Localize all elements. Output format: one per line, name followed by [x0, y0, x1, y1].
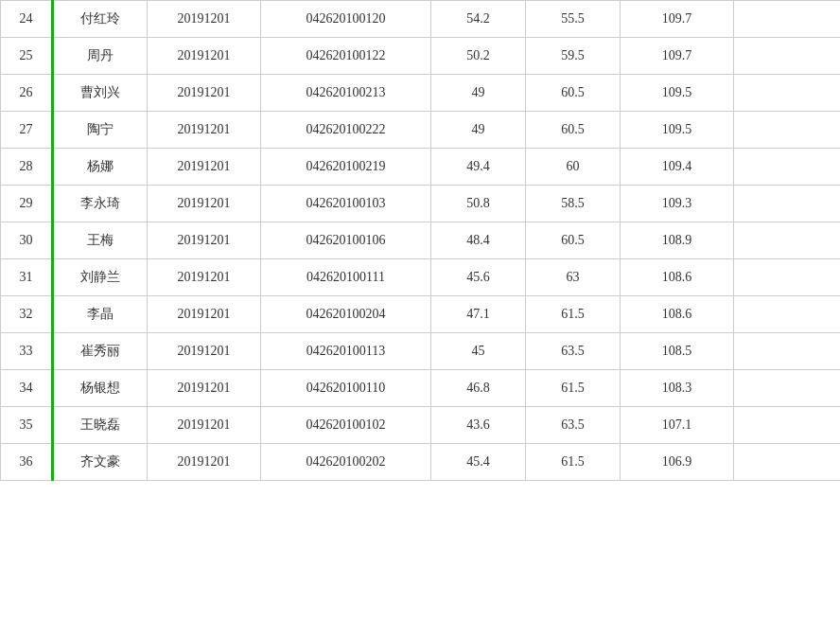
cell-rank: 24 [1, 1, 53, 38]
cell-score2: 63.5 [526, 333, 621, 370]
cell-date: 20191201 [148, 149, 261, 186]
cell-score2: 63 [526, 259, 621, 296]
main-container: 24付红玲2019120104262010012054.255.5109.725… [0, 0, 840, 621]
cell-extra [734, 75, 841, 112]
cell-score1: 45.6 [431, 259, 526, 296]
cell-name: 周丹 [53, 38, 148, 75]
cell-extra [734, 296, 841, 333]
table-row: 31刘静兰2019120104262010011145.663108.6 [1, 259, 841, 296]
cell-name: 王晓磊 [53, 407, 148, 444]
cell-total: 108.5 [621, 333, 734, 370]
cell-score2: 61.5 [526, 296, 621, 333]
cell-score2: 58.5 [526, 186, 621, 222]
cell-name: 李永琦 [53, 186, 148, 222]
cell-rank: 30 [1, 222, 53, 259]
cell-id: 042620100102 [261, 407, 431, 444]
cell-extra [734, 259, 841, 296]
cell-total: 107.1 [621, 407, 734, 444]
cell-date: 20191201 [148, 259, 261, 296]
cell-rank: 31 [1, 259, 53, 296]
cell-score1: 50.2 [431, 38, 526, 75]
cell-score1: 45 [431, 333, 526, 370]
cell-id: 042620100122 [261, 38, 431, 75]
cell-score1: 43.6 [431, 407, 526, 444]
cell-id: 042620100213 [261, 75, 431, 112]
cell-rank: 36 [1, 444, 53, 481]
cell-extra [734, 444, 841, 481]
cell-rank: 27 [1, 112, 53, 149]
cell-rank: 28 [1, 149, 53, 186]
cell-total: 108.6 [621, 296, 734, 333]
table-row: 29李永琦2019120104262010010350.858.5109.3 [1, 186, 841, 222]
cell-rank: 33 [1, 333, 53, 370]
cell-score2: 63.5 [526, 407, 621, 444]
cell-total: 109.3 [621, 186, 734, 222]
cell-name: 王梅 [53, 222, 148, 259]
cell-id: 042620100111 [261, 259, 431, 296]
cell-score1: 49.4 [431, 149, 526, 186]
cell-rank: 25 [1, 38, 53, 75]
cell-total: 109.7 [621, 38, 734, 75]
table-row: 33崔秀丽201912010426201001134563.5108.5 [1, 333, 841, 370]
cell-score2: 61.5 [526, 370, 621, 407]
cell-score2: 61.5 [526, 444, 621, 481]
cell-name: 陶宁 [53, 112, 148, 149]
cell-rank: 32 [1, 296, 53, 333]
cell-total: 108.6 [621, 259, 734, 296]
cell-extra [734, 38, 841, 75]
cell-id: 042620100103 [261, 186, 431, 222]
table-row: 34杨银想2019120104262010011046.861.5108.3 [1, 370, 841, 407]
cell-id: 042620100202 [261, 444, 431, 481]
cell-score1: 50.8 [431, 186, 526, 222]
cell-name: 刘静兰 [53, 259, 148, 296]
cell-date: 20191201 [148, 407, 261, 444]
table-row: 30王梅2019120104262010010648.460.5108.9 [1, 222, 841, 259]
cell-extra [734, 222, 841, 259]
cell-name: 曹刘兴 [53, 75, 148, 112]
table-row: 24付红玲2019120104262010012054.255.5109.7 [1, 1, 841, 38]
cell-total: 108.9 [621, 222, 734, 259]
cell-date: 20191201 [148, 296, 261, 333]
cell-score1: 45.4 [431, 444, 526, 481]
cell-rank: 35 [1, 407, 53, 444]
cell-name: 杨银想 [53, 370, 148, 407]
cell-score1: 47.1 [431, 296, 526, 333]
cell-extra [734, 1, 841, 38]
cell-total: 109.5 [621, 112, 734, 149]
cell-date: 20191201 [148, 333, 261, 370]
cell-id: 042620100106 [261, 222, 431, 259]
cell-score2: 60 [526, 149, 621, 186]
cell-score1: 49 [431, 112, 526, 149]
cell-extra [734, 149, 841, 186]
cell-name: 付红玲 [53, 1, 148, 38]
cell-total: 109.5 [621, 75, 734, 112]
cell-id: 042620100219 [261, 149, 431, 186]
table-row: 36齐文豪2019120104262010020245.461.5106.9 [1, 444, 841, 481]
cell-date: 20191201 [148, 222, 261, 259]
cell-score1: 48.4 [431, 222, 526, 259]
table-row: 26曹刘兴201912010426201002134960.5109.5 [1, 75, 841, 112]
cell-date: 20191201 [148, 112, 261, 149]
cell-name: 崔秀丽 [53, 333, 148, 370]
cell-score2: 60.5 [526, 75, 621, 112]
cell-extra [734, 112, 841, 149]
table-row: 27陶宁201912010426201002224960.5109.5 [1, 112, 841, 149]
cell-score1: 54.2 [431, 1, 526, 38]
cell-date: 20191201 [148, 38, 261, 75]
table-row: 28杨娜2019120104262010021949.460109.4 [1, 149, 841, 186]
cell-score1: 46.8 [431, 370, 526, 407]
cell-score2: 60.5 [526, 222, 621, 259]
cell-rank: 26 [1, 75, 53, 112]
cell-id: 042620100113 [261, 333, 431, 370]
cell-score1: 49 [431, 75, 526, 112]
cell-id: 042620100222 [261, 112, 431, 149]
cell-name: 齐文豪 [53, 444, 148, 481]
table-row: 32李晶2019120104262010020447.161.5108.6 [1, 296, 841, 333]
cell-extra [734, 186, 841, 222]
cell-score2: 59.5 [526, 38, 621, 75]
table-row: 35王晓磊2019120104262010010243.663.5107.1 [1, 407, 841, 444]
cell-id: 042620100120 [261, 1, 431, 38]
cell-date: 20191201 [148, 1, 261, 38]
cell-rank: 29 [1, 186, 53, 222]
cell-total: 106.9 [621, 444, 734, 481]
